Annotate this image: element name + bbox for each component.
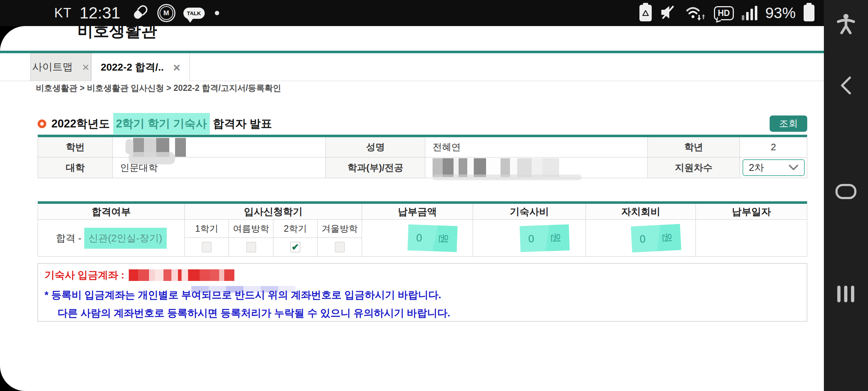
result-table-row: 합격 - 신관(2인실-장기) 1학기 여름방학 2학기 겨울방학 ✔ [38, 220, 807, 256]
checkbox-semester-3-checked[interactable]: ✔ [290, 242, 300, 252]
battery-saver-icon [639, 5, 652, 21]
clock: 12:31 [80, 4, 120, 22]
highlight-amount: 0원 [631, 224, 681, 252]
header-council-fee: 자치회비 [586, 204, 696, 220]
page-title: 2022학년도 2학기 학기 기숙사 합격자 발표 [51, 116, 272, 131]
pill-notification-icon [131, 3, 149, 23]
wifi-icon [684, 3, 706, 23]
checkbox-semester-2[interactable] [246, 242, 256, 252]
highlight-mark: 신관(2인실-장기) [84, 228, 167, 249]
clipped-site-title: 비호생활관 [77, 26, 157, 43]
result-table-header: 합격여부 입사신청학기 납부금액 기숙사비 자치회비 납부일자 [38, 204, 807, 220]
header-acceptance: 합격여부 [38, 204, 185, 220]
title-bullet-icon [38, 119, 46, 128]
tab-label: 사이트맵 [32, 60, 73, 74]
kakaotalk-notification-icon: TALK [183, 8, 205, 19]
battery-icon [804, 5, 814, 21]
header-payment-amount: 납부금액 [362, 204, 473, 220]
checkbox-semester-4[interactable] [335, 242, 345, 252]
header-semester: 입사신청학기 [185, 204, 362, 220]
mute-icon [660, 4, 676, 22]
label-name: 성명 [326, 137, 425, 157]
status-bar: KT 12:31 M TALK [0, 0, 824, 26]
acceptance-cell: 합격 - 신관(2인실-장기) [38, 220, 185, 256]
payment-amount-cell: 0원 [362, 220, 473, 256]
council-fee-cell: 0원 [586, 220, 696, 256]
breadcrumb[interactable]: 비호생활관 > 비호생활관 입사신청 > 2022-2 합격/고지서/등록확인 [36, 83, 281, 94]
tab-sitemap[interactable]: 사이트맵 × [30, 53, 91, 81]
title-row: 2022학년도 2학기 학기 기숙사 합격자 발표 [38, 113, 807, 135]
acceptance-result-table: 합격여부 입사신청학기 납부금액 기숙사비 자치회비 납부일자 합격 - 신관(… [38, 201, 807, 257]
dorm-fee-cell: 0원 [473, 220, 586, 256]
tab-bar: 사이트맵 × 2022-2 합격/.. × [0, 51, 824, 81]
blue-smudge-artifact [191, 286, 295, 293]
label-application-round: 지원차수 [648, 157, 740, 178]
gray-smudge-artifact [129, 152, 175, 164]
value-grade: 2 [740, 137, 807, 157]
hd-voice-icon: HD [714, 6, 734, 20]
home-icon[interactable] [835, 182, 857, 202]
signal-strength-icon [742, 6, 757, 20]
gray-smudge-artifact [433, 175, 582, 180]
notice-line-2: 다른 사람의 계좌번호로 등록하시면 등록처리가 누락될 수 있으니 유의하시기… [44, 306, 807, 320]
checkbox-semester-1[interactable] [202, 242, 212, 252]
android-nav-bar [824, 0, 868, 391]
notification-dot-icon [215, 11, 219, 15]
semester-label-3: 2학기 [273, 220, 318, 238]
tab-label: 2022-2 합격/.. [101, 60, 163, 74]
semester-cell: 1학기 여름방학 2학기 겨울방학 ✔ [185, 220, 362, 256]
label-college: 대학 [38, 157, 113, 178]
back-icon[interactable] [838, 76, 854, 96]
recents-icon[interactable] [836, 285, 856, 305]
battery-percent-label: 93% [765, 4, 796, 22]
payment-date-cell [696, 220, 807, 256]
header-dorm-fee: 기숙사비 [473, 204, 586, 220]
close-icon[interactable]: × [173, 61, 180, 73]
chevron-down-icon [789, 165, 798, 171]
m-app-notification-icon: M [157, 4, 175, 22]
label-department: 학과(부)/전공 [326, 157, 425, 178]
highlight-mark: 2학기 학기 기숙사 [113, 113, 210, 134]
notice-line-1: * 등록비 입금계좌는 개인별로 부여되므로 반드시 위의 계좌번호로 입금하시… [44, 288, 807, 302]
carrier-label: KT [54, 5, 72, 21]
label-grade: 학년 [648, 137, 740, 157]
semester-label-4: 겨울방학 [318, 220, 362, 238]
accessibility-icon[interactable] [835, 13, 856, 37]
label-student-id: 학번 [38, 137, 113, 157]
highlight-amount: 0원 [519, 224, 569, 252]
application-round-select[interactable]: 2차 [743, 159, 805, 176]
highlight-amount: 0원 [408, 224, 458, 252]
account-line: 기숙사 입금계좌 : [44, 268, 807, 282]
value-name: 전혜연 [425, 137, 648, 157]
redacted-account-number [129, 269, 234, 281]
value-application-round: 2차 [740, 157, 807, 178]
semester-label-2: 여름방학 [229, 220, 273, 238]
notice-box: 기숙사 입금계좌 : * 등록비 입금계좌는 개인별로 부여되므로 반드시 위의… [38, 263, 807, 321]
close-icon[interactable]: × [82, 61, 89, 73]
browser-window: 비호생활관 사이트맵 × 2022-2 합격/.. × 비호생활관 > 비호생활… [0, 26, 824, 391]
phone-screen: KT 12:31 M TALK [0, 0, 868, 391]
semester-label-1: 1학기 [185, 220, 229, 238]
search-button[interactable]: 조회 [770, 115, 807, 132]
tab-2022-2-result[interactable]: 2022-2 합격/.. × [91, 53, 190, 81]
header-payment-date: 납부일자 [696, 204, 807, 220]
